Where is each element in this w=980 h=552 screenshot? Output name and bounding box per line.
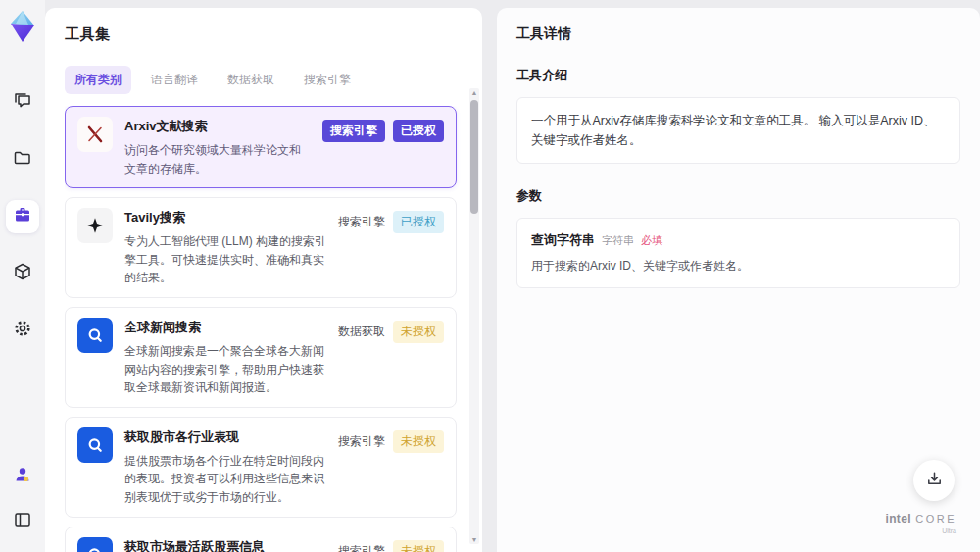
brand-core: CORE — [915, 513, 956, 525]
main-area: 工具集 所有类别 语言翻译 数据获取 搜索引擎 Arxiv文献搜索 访问各个研究… — [45, 0, 980, 552]
tavily-icon — [77, 208, 113, 243]
tool-auth-status-badge: 已授权 — [393, 120, 444, 142]
tool-category-badge: 搜索引擎 — [338, 214, 385, 230]
tool-name: Arxiv文献搜索 — [124, 118, 311, 135]
collapse-sidebar-button[interactable] — [6, 505, 39, 538]
tool-auth-status-badge: 未授权 — [393, 321, 444, 343]
sidebar-item-files[interactable] — [6, 143, 39, 176]
parameter-type: 字符串 — [602, 233, 634, 248]
tool-category-badge: 搜索引擎 — [338, 433, 385, 450]
tool-detail-panel: 工具详情 工具介绍 一个用于从Arxiv存储库搜索科学论文和文章的工具。 输入可… — [497, 8, 980, 552]
tool-card[interactable]: Arxiv文献搜索 访问各个研究领域大量科学论文和文章的存储库。 搜索引擎 已授… — [65, 106, 457, 188]
category-tab[interactable]: 数据获取 — [218, 66, 284, 94]
settings-gear-icon — [13, 319, 32, 342]
tool-name: 全球新闻搜索 — [124, 319, 326, 336]
tab-label: 语言翻译 — [151, 73, 198, 86]
tool-card[interactable]: 获取股市各行业表现 提供股票市场各个行业在特定时间段内的表现。投资者可以利用这些… — [65, 417, 457, 518]
category-tab[interactable]: 所有类别 — [65, 66, 131, 94]
parameter-required-badge: 必填 — [641, 233, 662, 248]
tool-auth-status-badge: 未授权 — [393, 540, 444, 552]
tool-category-badge: 数据获取 — [338, 324, 385, 340]
intro-text: 一个用于从Arxiv存储库搜索科学论文和文章的工具。 输入可以是Arxiv ID… — [531, 114, 936, 147]
user-avatar-icon — [13, 465, 32, 488]
tool-description: 专为人工智能代理 (LLM) 构建的搜索引擎工具。可快速提供实时、准确和真实的结… — [124, 232, 326, 287]
tool-list-panel: 工具集 所有类别 语言翻译 数据获取 搜索引擎 Arxiv文献搜索 访问各个研究… — [45, 8, 482, 552]
scroll-down-icon[interactable]: ▼ — [471, 535, 478, 544]
tool-name: Tavily搜索 — [124, 209, 326, 226]
scroll-up-icon[interactable]: ▲ — [471, 88, 478, 97]
tool-tags: 搜索引擎 已授权 — [322, 120, 444, 142]
intro-heading: 工具介绍 — [516, 67, 960, 84]
news-search-icon — [77, 537, 113, 552]
scrollbar-thumb[interactable] — [470, 100, 478, 214]
tool-card[interactable]: 全球新闻搜索 全球新闻搜索是一个聚合全球各大新闻网站内容的搜索引擎，帮助用户快速… — [65, 307, 457, 408]
tool-card[interactable]: Tavily搜索 专为人工智能代理 (LLM) 构建的搜索引擎工具。可快速提供实… — [65, 197, 457, 298]
arxiv-icon — [77, 117, 113, 152]
parameter-meta: 查询字符串 字符串 必填 — [531, 231, 946, 249]
tool-description: 全球新闻搜索是一个聚合全球各大新闻网站内容的搜索引擎，帮助用户快速获取全球最新资… — [124, 342, 326, 397]
news-search-icon — [77, 427, 113, 463]
sidebar — [0, 0, 45, 552]
page-title: 工具集 — [65, 25, 482, 44]
tab-label: 所有类别 — [74, 73, 122, 86]
tool-category-badge: 搜索引擎 — [338, 543, 385, 552]
tool-description: 提供股票市场各个行业在特定时间段内的表现。投资者可以利用这些信息来识别表现优于或… — [124, 452, 326, 507]
tool-tags: 搜索引擎 未授权 — [338, 430, 444, 453]
download-icon — [925, 470, 944, 492]
tab-label: 搜索引擎 — [304, 73, 351, 86]
tool-auth-status-badge: 已授权 — [393, 211, 444, 233]
parameter-item: 查询字符串 字符串 必填 用于搜索的Arxiv ID、关键字或作者姓名。 — [516, 218, 960, 288]
package-icon — [13, 262, 32, 285]
app-logo — [8, 10, 37, 43]
download-button[interactable] — [913, 460, 955, 501]
tool-tags: 搜索引擎 已授权 — [338, 211, 444, 233]
params-heading: 参数 — [516, 187, 960, 205]
collapse-panel-icon — [13, 510, 32, 533]
toolbox-icon — [13, 205, 32, 228]
tool-name: 获取股市各行业表现 — [124, 428, 326, 446]
sidebar-item-packages[interactable] — [6, 257, 39, 290]
sidebar-item-settings[interactable] — [6, 314, 39, 347]
parameter-description: 用于搜索的Arxiv ID、关键字或作者姓名。 — [531, 258, 946, 275]
detail-title: 工具详情 — [516, 25, 960, 43]
tool-name: 获取市场最活跃股票信息 — [124, 538, 326, 552]
app-window: 工具集 所有类别 语言翻译 数据获取 搜索引擎 Arxiv文献搜索 访问各个研究… — [0, 0, 980, 552]
category-tabs: 所有类别 语言翻译 数据获取 搜索引擎 — [65, 66, 482, 94]
category-tab[interactable]: 搜索引擎 — [294, 66, 361, 94]
tab-label: 数据获取 — [227, 73, 274, 86]
category-tab[interactable]: 语言翻译 — [141, 66, 208, 94]
tool-list: Arxiv文献搜索 访问各个研究领域大量科学论文和文章的存储库。 搜索引擎 已授… — [65, 106, 482, 552]
sidebar-item-tools[interactable] — [6, 200, 39, 233]
intro-box: 一个用于从Arxiv存储库搜索科学论文和文章的工具。 输入可以是Arxiv ID… — [516, 97, 960, 164]
sidebar-nav — [6, 86, 39, 347]
user-profile-button[interactable] — [6, 460, 39, 493]
news-search-icon — [77, 318, 113, 353]
tool-auth-status-badge: 未授权 — [393, 430, 444, 453]
brand-intel: intel — [886, 512, 911, 526]
sidebar-bottom — [6, 460, 39, 538]
scrollbar: ▲ ▼ — [469, 88, 479, 544]
parameter-name: 查询字符串 — [531, 231, 595, 249]
brand-sub: Ultra — [886, 527, 956, 534]
sidebar-item-chat[interactable] — [6, 86, 39, 120]
folder-icon — [13, 148, 32, 172]
tool-tags: 数据获取 未授权 — [338, 321, 444, 343]
tool-category-badge: 搜索引擎 — [322, 120, 385, 142]
intel-core-logo: intel CORE Ultra — [886, 509, 956, 534]
tool-card[interactable]: 获取市场最活跃股票信息 提供当天交易量最高的股票列表，投资者可以利用这些信息来识… — [65, 527, 457, 552]
chat-icon — [13, 91, 32, 115]
tool-description: 访问各个研究领域大量科学论文和文章的存储库。 — [124, 141, 311, 177]
tool-tags: 搜索引擎 未授权 — [338, 540, 444, 552]
